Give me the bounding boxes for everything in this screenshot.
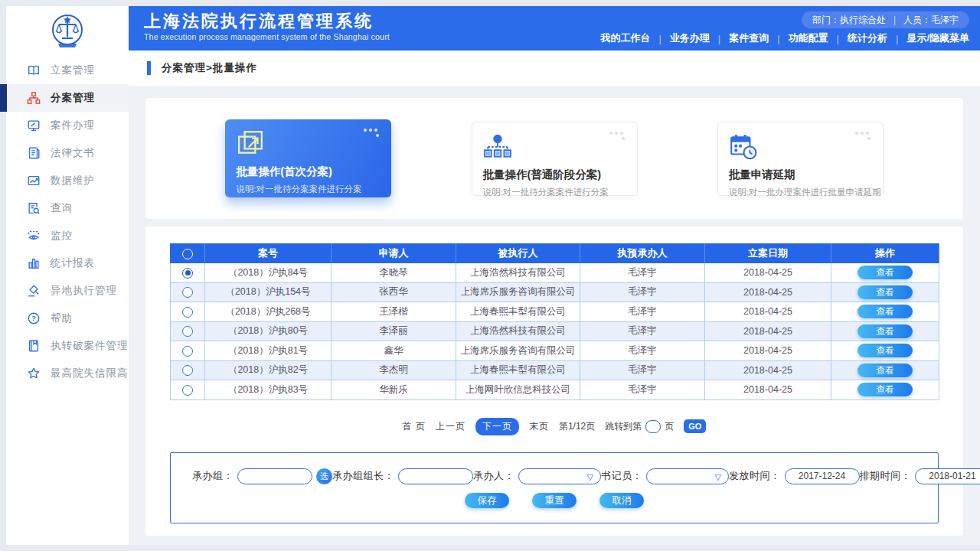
view-button[interactable]: 查看: [858, 344, 913, 357]
row-radio[interactable]: [182, 365, 193, 376]
chevron-down-icon: ▽: [715, 470, 721, 484]
table-row: （2018）沪执80号 李泽丽 上海浩然科技有限公司 毛泽宇 2018-04-2…: [171, 321, 939, 341]
nav-item-toggle-menu[interactable]: 显示/隐藏菜单: [906, 31, 969, 45]
cell-case-no: （2018）沪执82号: [205, 360, 332, 380]
sidebar-item-query[interactable]: 查询: [6, 194, 129, 222]
app-title: 上海法院执行流程管理系统: [144, 11, 390, 32]
dots-decoration-icon: [855, 132, 872, 141]
reset-button[interactable]: 重置: [532, 493, 577, 508]
nav-item-statistics[interactable]: 统计分析: [848, 31, 887, 45]
leader-input[interactable]: [398, 468, 473, 484]
cell-filing-date: 2018-04-25: [705, 282, 831, 302]
clerk-select[interactable]: ▽: [646, 468, 729, 484]
sidebar-item-label: 案件办理: [51, 119, 95, 132]
main-content: 分案管理>批量操作 批量操作(首次分案) 说明:对一批待分案案件进行分案: [129, 51, 980, 545]
sidebar-item-data-maintenance[interactable]: 数据维护: [6, 167, 129, 194]
sidebar-item-monitoring[interactable]: 监控: [6, 222, 129, 249]
person-label: 人员：毛泽宇: [903, 14, 959, 27]
first-page-button[interactable]: 首 页: [403, 420, 426, 433]
sidebar-item-case-assignment[interactable]: 分案管理: [6, 84, 129, 112]
cell-executee: 上海春熙丰型有限公司: [456, 360, 580, 380]
monitor-edit-icon: [26, 118, 41, 133]
row-radio[interactable]: [182, 346, 193, 357]
row-radio[interactable]: [182, 326, 193, 337]
view-button[interactable]: 查看: [858, 364, 913, 377]
nav-item-business[interactable]: 业务办理: [670, 31, 710, 45]
app-title-block: 上海法院执行流程管理系统 The execution process manag…: [144, 11, 390, 41]
dots-decoration-icon: [364, 129, 381, 138]
issue-date-input[interactable]: 2017-12-24: [785, 468, 860, 484]
go-button[interactable]: GO: [684, 419, 706, 433]
divider: |: [837, 33, 839, 44]
save-button[interactable]: 保存: [465, 493, 509, 508]
next-page-button[interactable]: 下一页: [475, 418, 519, 435]
app-subtitle: The execution process management system …: [144, 32, 390, 41]
prev-page-button[interactable]: 上一页: [436, 420, 466, 433]
undertaker-label: 承办人：: [473, 469, 514, 483]
nav-item-case-search[interactable]: 案件查询: [729, 31, 769, 45]
group-input[interactable]: [237, 468, 312, 484]
clerk-label: 书记员：: [601, 469, 642, 483]
pick-group-button[interactable]: 选: [316, 468, 332, 484]
top-nav: 我的工作台 | 业务办理 | 案件查询 | 功能配置 | 统计分析 | 显示/隐…: [600, 31, 969, 45]
table-row: （2018）沪执154号 张西华 上海席乐服务咨询有限公司 毛泽宇 2018-0…: [171, 282, 939, 302]
sidebar-item-supreme-court-dishonesty[interactable]: 最高院失信限高: [6, 360, 129, 387]
question-circle-icon: ?: [26, 311, 41, 326]
cell-executee: 上海浩然科技有限公司: [456, 263, 580, 283]
card-batch-stage-assignment[interactable]: 批量操作(普通阶段分案) 说明:对一批待分案案件进行分案: [472, 122, 638, 196]
card-batch-extension-request[interactable]: 批量申请延期 说明:对一批办理案件进行批量申请延期: [717, 122, 884, 196]
last-page-button[interactable]: 末页: [529, 420, 549, 433]
sidebar-item-legal-documents[interactable]: 法律文书: [6, 139, 129, 167]
clerk-field: 书记员： ▽: [601, 468, 729, 484]
schedule-date-label: 排期时间：: [860, 469, 912, 483]
issue-date-label: 发放时间：: [729, 469, 781, 483]
sidebar-item-case-handling[interactable]: 案件办理: [6, 112, 129, 139]
issue-date-field: 发放时间： 2017-12-24: [729, 468, 860, 484]
row-radio[interactable]: [182, 307, 193, 318]
card-title: 批量操作(普通阶段分案): [483, 168, 626, 182]
divider: |: [718, 33, 720, 44]
case-table: 案号 申请人 被执行人 执预承办人 立案日期 操作 （2018）沪执84号 李晓…: [170, 243, 939, 400]
court-emblem-icon: [48, 12, 87, 51]
cell-case-no: （2018）沪执83号: [205, 380, 332, 400]
cell-executee: 上海席乐服务咨询有限公司: [456, 341, 580, 361]
jump-page-input[interactable]: [645, 420, 661, 433]
view-button[interactable]: 查看: [858, 324, 913, 338]
group-field: 承办组： 选: [192, 468, 332, 484]
cell-applicant: 王泽楷: [332, 302, 456, 322]
undertaker-select[interactable]: ▽: [518, 468, 601, 484]
cell-filing-date: 2018-04-25: [705, 263, 831, 283]
cell-filing-date: 2018-04-25: [705, 360, 831, 380]
sidebar-item-help[interactable]: ? 帮助: [6, 305, 129, 332]
view-button[interactable]: 查看: [858, 285, 913, 299]
leader-field: 承办组组长：: [332, 468, 473, 484]
sidebar-item-bankruptcy-cases[interactable]: 执转破案件管理: [6, 332, 129, 360]
view-button[interactable]: 查看: [858, 383, 913, 396]
view-button[interactable]: 查看: [858, 305, 913, 318]
bar-chart-icon: [26, 256, 41, 271]
view-button[interactable]: 查看: [858, 266, 913, 279]
cell-case-no: （2018）沪执81号: [205, 341, 332, 361]
divider: |: [777, 33, 779, 44]
star-icon: [26, 366, 41, 381]
nav-item-config[interactable]: 功能配置: [789, 31, 828, 45]
sidebar-item-statistics-report[interactable]: 统计报表: [6, 249, 129, 277]
cell-case-no: （2018）沪执84号: [205, 263, 332, 283]
cancel-button[interactable]: 取消: [599, 493, 644, 508]
schedule-date-input[interactable]: 2018-01-21: [915, 468, 980, 484]
sidebar-item-case-filing[interactable]: 立案管理: [6, 57, 129, 84]
card-batch-first-assignment[interactable]: 批量操作(首次分案) 说明:对一批待分案案件进行分案: [225, 119, 391, 197]
row-radio[interactable]: [182, 287, 193, 298]
cell-undertaker: 毛泽宇: [580, 302, 705, 322]
row-radio[interactable]: [182, 385, 193, 396]
cell-filing-date: 2018-04-25: [705, 341, 831, 361]
court-logo: [6, 6, 129, 57]
sidebar-item-remote-execution[interactable]: 异地执行管理: [6, 277, 129, 305]
cell-executee: 上海浩然科技有限公司: [456, 321, 580, 341]
case-table-panel: 案号 申请人 被执行人 执预承办人 立案日期 操作 （2018）沪执84号 李晓…: [145, 227, 963, 536]
sidebar-item-label: 数据维护: [51, 174, 95, 187]
select-all-header[interactable]: [171, 244, 205, 263]
row-radio[interactable]: [182, 268, 193, 279]
nav-item-workbench[interactable]: 我的工作台: [600, 31, 650, 45]
radio-icon[interactable]: [182, 249, 193, 259]
